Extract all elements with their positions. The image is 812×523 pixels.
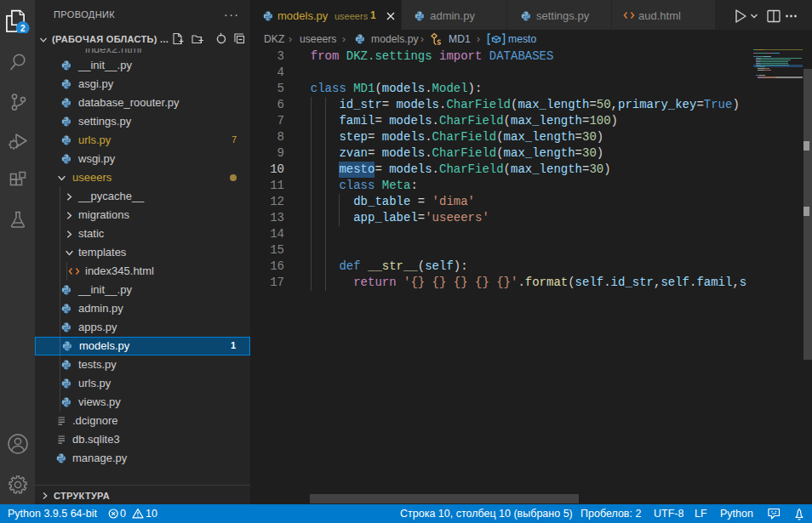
svg-text:2: 2 xyxy=(20,24,25,33)
